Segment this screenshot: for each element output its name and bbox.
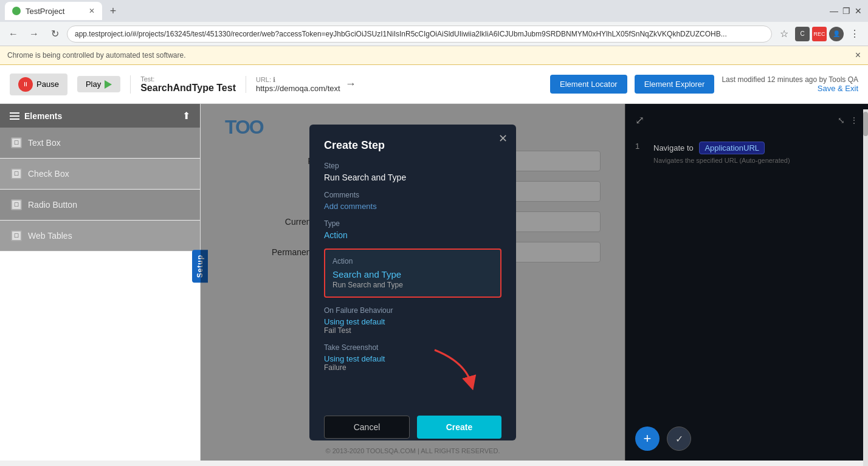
main-area: Elements ⬆ ☐ Text Box ☐ Check Box ☐ Radi… xyxy=(0,104,868,461)
save-info: Last modified 12 minutes ago by Tools QA… xyxy=(722,75,858,93)
window-close-button[interactable]: ✕ xyxy=(853,6,863,16)
pause-icon: ⏸ xyxy=(18,77,33,92)
test-info: Test: SearchAndType Test xyxy=(130,75,236,94)
modal-footer: Cancel Create xyxy=(324,416,501,439)
save-exit-link[interactable]: Save & Exit xyxy=(722,84,858,93)
step-value: Run Search and Type xyxy=(324,173,501,182)
modal-comments-section: Comments Add comments xyxy=(324,191,501,211)
pause-label: Pause xyxy=(36,80,59,89)
web-tables-icon: ☐ xyxy=(11,230,22,241)
tab-title: TestProject xyxy=(26,7,64,16)
check-box-label: Check Box xyxy=(28,169,69,179)
modal-type-section: Type Action xyxy=(324,219,501,240)
last-modified-text: Last modified 12 minutes ago by Tools QA xyxy=(722,75,858,84)
scrollbar[interactable] xyxy=(863,109,868,466)
element-locator-button[interactable]: Element Locator xyxy=(550,75,627,94)
type-label: Type xyxy=(324,219,501,228)
arrow-annotation-area xyxy=(324,380,501,405)
action-name: Search and Type xyxy=(332,269,493,279)
toolbar-actions: Element Locator Element Explorer Last mo… xyxy=(550,75,858,94)
ext-icon-1[interactable]: C xyxy=(795,27,810,41)
refresh-button[interactable]: ↻ xyxy=(46,26,63,43)
url-label: URL: ℹ xyxy=(256,76,340,84)
on-failure-value[interactable]: Using test default xyxy=(324,317,501,326)
elements-title: Elements xyxy=(10,111,62,121)
play-button[interactable]: Play xyxy=(77,76,120,92)
action-box[interactable]: Action Search and Type Run Search and Ty… xyxy=(324,248,501,298)
red-arrow-annotation xyxy=(416,344,489,392)
browser-tab[interactable]: TestProject ✕ xyxy=(5,2,102,20)
create-button[interactable]: Create xyxy=(417,416,501,439)
window-controls: — ❐ ✕ xyxy=(829,6,863,16)
url-value: https://demoqa.com/text xyxy=(256,84,340,93)
move-icon[interactable]: ⤢ xyxy=(635,114,644,127)
create-step-modal: ✕ Create Step Step Run Search and Type C… xyxy=(309,125,516,440)
application-url-highlight: ApplicationURL xyxy=(699,142,765,154)
check-button[interactable]: ✓ xyxy=(667,427,691,451)
step-details: Navigate to ApplicationURL Navigates the… xyxy=(653,142,790,164)
step-text: Navigate to ApplicationURL xyxy=(653,142,790,154)
hamburger-icon xyxy=(10,112,19,120)
step-label: Step xyxy=(324,162,501,170)
action-label: Action xyxy=(332,257,493,266)
new-tab-button[interactable]: + xyxy=(105,2,122,19)
on-failure-label: On Failure Behaviour xyxy=(324,306,501,315)
cancel-button[interactable]: Cancel xyxy=(324,416,410,439)
sidebar-title: Elements xyxy=(24,111,62,121)
navigate-to-text: Navigate to xyxy=(653,143,694,152)
step-description: Navigates the specified URL (Auto-genera… xyxy=(653,157,790,164)
back-button[interactable]: ← xyxy=(5,26,22,43)
sidebar-item-web-tables[interactable]: ☐ Web Tables xyxy=(0,221,200,252)
close-tab-button[interactable]: ✕ xyxy=(89,7,95,15)
bookmark-icon[interactable]: ☆ xyxy=(776,26,793,43)
right-panel-header: ⤢ ⤡ ⋮ xyxy=(635,114,858,127)
pin-icon[interactable]: ⤡ xyxy=(838,115,845,125)
modal-close-button[interactable]: ✕ xyxy=(498,132,508,145)
add-step-button[interactable]: + xyxy=(635,427,660,451)
web-tables-label: Web Tables xyxy=(28,231,72,241)
modal-title: Create Step xyxy=(324,139,501,152)
extension-icons: ☆ C REC 👤 ⋮ xyxy=(776,26,863,43)
add-comments-link[interactable]: Add comments xyxy=(324,202,501,211)
step-item-1: 1 Navigate to ApplicationURL Navigates t… xyxy=(635,137,858,169)
on-failure-section: On Failure Behaviour Using test default … xyxy=(324,306,501,335)
browser-chrome: TestProject ✕ + — ❐ ✕ ← → ↻ ☆ C REC 👤 ⋮ … xyxy=(0,0,868,65)
ext-icon-3[interactable]: 👤 xyxy=(829,27,844,41)
center-content: TOO Full Name Email Current Address Perm… xyxy=(201,104,625,461)
tab-bar: TestProject ✕ + — ❐ ✕ xyxy=(0,0,868,22)
action-sub: Run Search and Type xyxy=(332,281,493,289)
play-label: Play xyxy=(86,80,101,89)
panel-bottom-controls: + ✓ xyxy=(635,427,691,451)
url-section: URL: ℹ https://demoqa.com/text xyxy=(256,76,340,93)
elements-header: Elements ⬆ xyxy=(0,104,200,128)
url-info-icon: ℹ xyxy=(273,76,275,83)
tab-favicon xyxy=(12,7,21,15)
sidebar-item-text-box[interactable]: ☐ Text Box xyxy=(0,128,200,159)
address-input[interactable] xyxy=(67,26,772,43)
sidebar-item-check-box[interactable]: ☐ Check Box xyxy=(0,159,200,190)
step-number: 1 xyxy=(635,142,647,151)
text-box-icon: ☐ xyxy=(11,137,22,148)
ext-icon-2[interactable]: REC xyxy=(812,27,827,41)
test-label: Test: xyxy=(140,75,236,83)
scrollbar-thumb[interactable] xyxy=(863,112,868,136)
options-icon[interactable]: ⋮ xyxy=(850,115,858,125)
type-value: Action xyxy=(324,230,501,240)
address-bar-row: ← → ↻ ☆ C REC 👤 ⋮ xyxy=(0,22,868,46)
controlled-bar: Chrome is being controlled by automated … xyxy=(0,46,868,65)
minimize-button[interactable]: — xyxy=(829,6,839,16)
pause-button[interactable]: ⏸ Pause xyxy=(10,74,67,95)
url-arrow-icon[interactable]: → xyxy=(345,78,356,91)
sidebar-item-radio-button[interactable]: ☐ Radio Button xyxy=(0,190,200,221)
upload-icon[interactable]: ⬆ xyxy=(182,110,190,122)
modal-step-section: Step Run Search and Type xyxy=(324,162,501,182)
element-explorer-button[interactable]: Element Explorer xyxy=(635,75,715,94)
panel-actions: ⤡ ⋮ xyxy=(838,115,858,125)
url-info: URL: ℹ https://demoqa.com/text → xyxy=(246,76,356,93)
close-controlled-button[interactable]: × xyxy=(855,50,861,61)
menu-dots[interactable]: ⋮ xyxy=(846,26,863,43)
comments-label: Comments xyxy=(324,191,501,199)
forward-button[interactable]: → xyxy=(26,26,43,43)
modal-overlay: ✕ Create Step Step Run Search and Type C… xyxy=(201,104,625,461)
maximize-button[interactable]: ❐ xyxy=(841,6,851,16)
